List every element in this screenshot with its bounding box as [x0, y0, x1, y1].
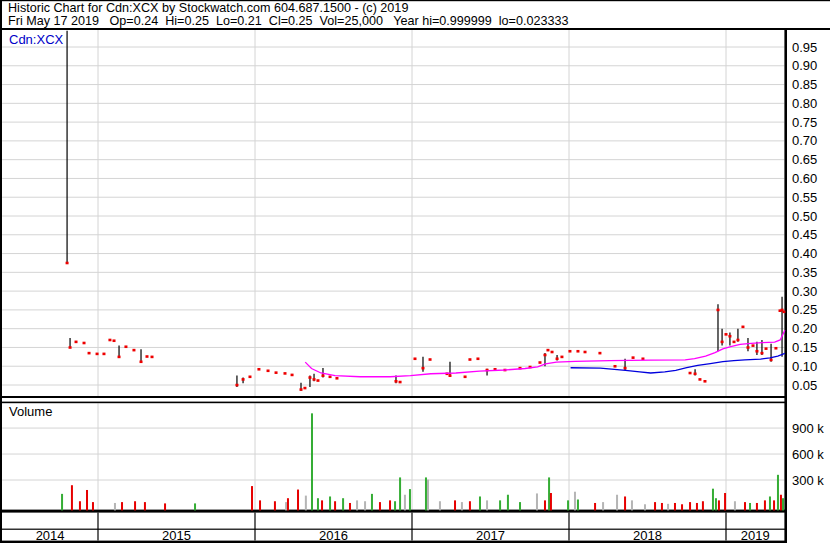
volume-bar — [329, 496, 331, 510]
close-tick — [755, 350, 758, 353]
volume-bar — [454, 500, 456, 510]
close-tick — [283, 372, 286, 375]
volume-bar — [79, 501, 81, 510]
close-tick — [741, 326, 744, 329]
close-tick — [689, 372, 692, 375]
close-tick — [584, 351, 587, 354]
volume-bar — [427, 480, 429, 511]
close-tick — [736, 339, 739, 342]
volume-bar — [702, 501, 704, 510]
close-tick — [538, 361, 541, 364]
close-tick — [733, 341, 736, 344]
volume-bar — [461, 502, 463, 510]
close-tick — [66, 262, 69, 265]
close-tick — [108, 339, 111, 342]
year-label: 2016 — [319, 528, 348, 543]
year-label: 2014 — [36, 528, 65, 543]
year-label: 2019 — [741, 528, 770, 543]
volume-bar — [567, 500, 569, 510]
close-tick — [145, 355, 148, 358]
close-tick — [394, 380, 397, 383]
volume-bar — [439, 501, 441, 510]
gridlines — [2, 30, 784, 510]
close-tick — [275, 371, 278, 374]
price-tick-label: 0.70 — [792, 133, 817, 148]
chart-data-layer — [61, 31, 785, 511]
volume-bar — [616, 495, 618, 511]
volume-bar — [305, 496, 307, 511]
volume-bar — [334, 501, 336, 510]
panel-right-border — [784, 28, 787, 543]
volume-bar — [544, 500, 546, 510]
volume-bar — [689, 502, 691, 510]
close-tick — [118, 356, 121, 359]
volume-bar — [780, 495, 782, 511]
price-tick-label: 0.65 — [792, 152, 817, 167]
close-tick — [546, 349, 549, 352]
panel-borders — [0, 0, 830, 543]
close-tick — [151, 356, 154, 359]
price-tick-label: 0.85 — [792, 77, 817, 92]
volume-bar — [486, 500, 488, 510]
close-tick — [124, 345, 127, 348]
volume-bar — [287, 498, 289, 510]
volume-bar — [507, 495, 509, 511]
volume-tick-label: 300 k — [792, 473, 824, 488]
close-tick — [576, 350, 579, 353]
price-tick-label: 0.25 — [792, 302, 817, 317]
close-tick — [464, 375, 467, 378]
close-tick — [132, 349, 135, 352]
price-tick-label: 0.35 — [792, 265, 817, 280]
close-tick — [300, 388, 303, 391]
volume-bar — [364, 501, 366, 510]
volume-bar — [164, 503, 166, 510]
close-tick — [329, 375, 332, 378]
volume-bar — [602, 502, 604, 510]
close-tick — [614, 365, 617, 368]
close-tick — [765, 347, 768, 350]
close-tick — [257, 368, 260, 371]
volume-bar — [251, 486, 253, 510]
volume-bar — [577, 500, 579, 511]
volume-panel-top-border — [0, 402, 786, 404]
volume-bar — [317, 498, 319, 510]
close-tick — [113, 339, 116, 342]
chart-canvas: 0.950.900.850.800.750.700.650.600.550.50… — [0, 0, 830, 543]
close-tick — [303, 387, 306, 390]
close-tick — [694, 372, 697, 375]
close-tick — [235, 384, 238, 387]
volume-bar — [274, 501, 276, 510]
volume-bar — [624, 496, 626, 510]
price-tick-label: 0.75 — [792, 115, 817, 130]
volume-bar — [371, 494, 373, 511]
close-tick — [782, 311, 785, 314]
close-tick — [335, 377, 338, 380]
close-tick — [560, 356, 563, 359]
close-tick — [598, 352, 601, 355]
volume-bar — [734, 501, 736, 510]
close-tick — [624, 367, 627, 370]
volume-bar — [311, 413, 313, 510]
price-tick-label: 0.40 — [792, 246, 817, 261]
volume-bar — [399, 477, 401, 510]
close-tick — [421, 367, 424, 370]
volume-bar — [519, 502, 521, 510]
volume-bar — [285, 502, 287, 510]
close-tick — [721, 341, 724, 344]
close-tick — [321, 374, 324, 377]
close-tick — [267, 369, 270, 372]
outer-frame-top — [0, 0, 830, 1]
close-tick — [102, 353, 105, 356]
close-tick — [760, 352, 763, 355]
close-tick — [556, 357, 559, 360]
volume-bar — [712, 489, 714, 511]
volume-bar — [674, 503, 676, 510]
price-tick-label: 0.55 — [792, 190, 817, 205]
close-tick — [83, 342, 86, 345]
volume-bar — [782, 498, 784, 510]
price-tick-label: 0.60 — [792, 171, 817, 186]
close-tick — [75, 341, 78, 344]
volume-bar — [134, 501, 136, 510]
volume-bar — [654, 502, 656, 510]
close-tick — [698, 378, 701, 381]
